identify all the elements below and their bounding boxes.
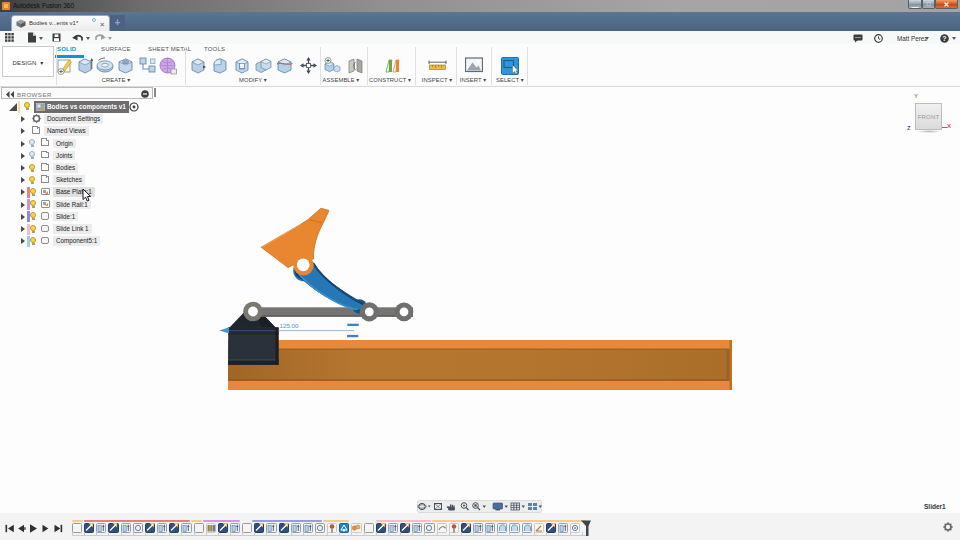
- svg-text:?: ?: [942, 35, 946, 42]
- svg-text:125.00: 125.00: [280, 322, 299, 329]
